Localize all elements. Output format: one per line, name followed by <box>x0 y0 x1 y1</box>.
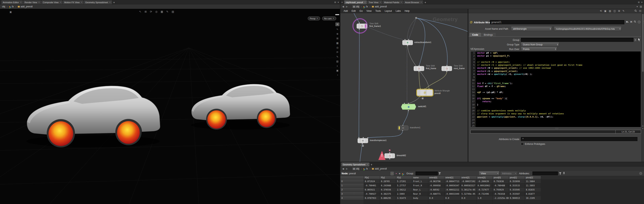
cell[interactable]: -0.781818 <box>493 192 509 196</box>
cell[interactable]: 0.28705 <box>380 179 396 183</box>
pane-control-icons[interactable]: ⊞▾ <box>334 1 340 4</box>
breadcrumb-fx[interactable]: fx <box>362 167 368 170</box>
node-next-frame[interactable]: ◷ <box>442 66 452 71</box>
vertex-mode-icon[interactable]: ◆ <box>399 172 400 174</box>
menu-help[interactable]: Help <box>404 10 410 12</box>
asset-name-dropdown[interactable]: attribwrangle ▲▼ <box>511 27 552 31</box>
camera-selector[interactable]: No cam▼ <box>322 17 336 20</box>
split-pane-icon[interactable]: ⊞ <box>638 1 640 4</box>
cell[interactable]: 0.353533 <box>509 183 525 188</box>
tab-motion-fx-view[interactable]: Motion FX View× <box>63 1 84 4</box>
node-first-frame1[interactable]: ◷ <box>356 24 367 29</box>
cell[interactable] <box>428 200 444 204</box>
cell[interactable]: Rear_R <box>412 192 428 196</box>
row-number[interactable]: 0 <box>340 179 364 183</box>
column-header[interactable]: pivot[0] <box>493 176 509 179</box>
table-row[interactable]: 1-0.7004010.2939885.27757Front_R-0.99995… <box>340 183 644 188</box>
cell[interactable] <box>380 200 396 204</box>
viewport-corner-icon[interactable]: ▣ <box>10 11 12 13</box>
pane-divider-vertical[interactable] <box>340 0 340 204</box>
cell[interactable]: 0.00918962 <box>476 183 493 188</box>
node-timeshift2[interactable]: ◷ <box>384 153 395 158</box>
cell[interactable]: 0.872924 <box>364 179 380 183</box>
scrollbar-thumb[interactable] <box>642 14 644 72</box>
pane-control-icons[interactable]: ⊞▾ <box>638 1 644 4</box>
list-icon[interactable]: ▤ <box>640 5 642 8</box>
vex-code-editor[interactable]: 1vector p0 = v@P;2vector p1 = v@opinput1… <box>470 51 641 127</box>
node-preroll[interactable]: @ <box>417 89 433 96</box>
node-name-field[interactable]: preroll <box>490 20 624 24</box>
rotate-icon[interactable]: ⟳ <box>150 10 152 13</box>
cell[interactable]: 0.353587 <box>509 192 525 196</box>
row-number[interactable]: 3 <box>340 192 364 196</box>
spinner-icon[interactable]: ▲▼ <box>618 28 620 30</box>
scroll-up-icon[interactable]: ▲ <box>642 125 644 127</box>
attributes-to-create-field[interactable]: * <box>521 137 638 141</box>
cell[interactable]: 1.0 <box>476 196 493 200</box>
box-icon[interactable]: ▣ <box>336 69 338 72</box>
cell[interactable]: -0.68592 <box>428 188 444 192</box>
new-tab-button[interactable]: + <box>112 1 116 4</box>
presets-icon[interactable]: ✱▾ <box>626 21 629 23</box>
breadcrumb-add-preroll[interactable]: add_preroll <box>17 5 34 8</box>
close-icon[interactable]: × <box>380 1 381 4</box>
close-icon[interactable]: × <box>420 1 422 4</box>
group-field[interactable] <box>521 38 634 42</box>
breadcrumb-fx[interactable]: fx <box>8 5 14 8</box>
target-icon[interactable]: ◎ <box>336 46 338 49</box>
tab-geometry-spreadsheet[interactable]: Geometry Spreadsheet× <box>342 163 370 166</box>
cell[interactable]: 5.32749e-05 <box>460 192 476 196</box>
hda-icon[interactable]: H <box>630 21 632 23</box>
pane-divider-network-params[interactable] <box>468 9 468 162</box>
menu-tools[interactable]: Tools <box>376 10 381 12</box>
network-editor[interactable]: Geometry <box>340 13 468 162</box>
intrinsics-dropdown[interactable]: Intrinsics ▼ <box>500 171 517 175</box>
column-header[interactable]: name <box>412 176 428 179</box>
tab-geometry-spreadsheet[interactable]: Geometry Spreadsheet× <box>84 1 112 4</box>
spinner-icon[interactable]: ▲▼ <box>548 28 551 30</box>
cell[interactable]: 0.293988 <box>380 183 396 188</box>
cell[interactable]: -0.00031949 <box>444 192 460 196</box>
shade-icon[interactable]: ◐ <box>336 65 338 67</box>
cell[interactable]: -0.700401 <box>364 183 380 188</box>
list-icon[interactable]: ▤ <box>172 10 174 13</box>
close-icon[interactable]: × <box>401 1 402 4</box>
cell[interactable]: 0.886295 <box>380 196 396 200</box>
group-select-arrow-icon[interactable] <box>638 38 640 42</box>
new-tab-button[interactable]: + <box>370 163 374 166</box>
points-mode-icon[interactable]: ⁘ <box>390 172 394 175</box>
table-row[interactable]: 40.07879530.8862953.91473body0.00.00.01.… <box>340 196 644 200</box>
row-number[interactable] <box>340 200 364 204</box>
pane-tab-list-icon[interactable]: ▼ <box>340 2 344 4</box>
pin-icon[interactable] <box>563 172 565 175</box>
breadcrumb-obj[interactable]: obj <box>352 167 360 171</box>
node-transform1[interactable]: ⊕ <box>398 126 408 130</box>
cell[interactable]: 0.0 <box>444 196 460 200</box>
grid-snap-icon[interactable]: ▦ <box>336 42 338 44</box>
spinner-icon[interactable]: ▲▼ <box>555 44 558 46</box>
cell[interactable]: -0.727677 <box>476 188 493 192</box>
perspective-selector[interactable]: Persp▼ <box>308 17 320 20</box>
forward-icon[interactable]: ▶ <box>345 5 348 8</box>
snap-icon[interactable]: ◎ <box>155 10 158 13</box>
cell[interactable] <box>412 200 428 204</box>
layout-icon[interactable]: ▤ <box>336 60 338 63</box>
node-transformpieces1[interactable]: ⊛ <box>358 138 368 143</box>
dropdown-icon[interactable]: ▾ <box>637 5 638 8</box>
close-icon[interactable]: × <box>367 163 368 166</box>
cell[interactable]: -0.780488 <box>493 183 509 188</box>
cell[interactable]: 0.865921 <box>364 188 380 192</box>
cell[interactable]: -0.00037202 <box>460 179 476 183</box>
orbit-icon[interactable]: ⟳ <box>336 51 338 54</box>
columns-icon[interactable]: ◫ <box>614 10 616 12</box>
pane-divider-horizontal[interactable] <box>340 162 644 162</box>
tab-bindings[interactable]: Bindings <box>481 33 496 36</box>
cell[interactable] <box>444 200 460 204</box>
node-switchif1[interactable]: ◉ <box>401 104 416 110</box>
breadcrumb-obj[interactable]: obj <box>1 5 6 8</box>
close-icon[interactable]: × <box>38 1 40 4</box>
menu-layout[interactable]: Layout <box>385 10 392 12</box>
menu-view[interactable]: View <box>366 10 372 12</box>
move-icon[interactable]: ⊕ <box>336 33 338 35</box>
row-number[interactable]: 1 <box>340 183 364 188</box>
